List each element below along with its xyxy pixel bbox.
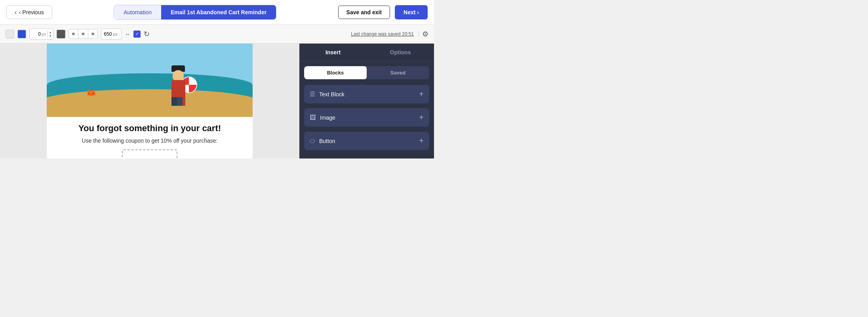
email-subtext: Use the following coupon to get 10% off … <box>59 137 241 144</box>
settings-icon[interactable]: ⚙ <box>422 30 428 38</box>
previous-button[interactable]: ‹ ‹ Previous <box>6 6 52 19</box>
save-exit-label: Save and exit <box>346 9 382 15</box>
current-step-label: Email 1st Abandoned Cart Reminder <box>171 9 266 15</box>
image-block-icon: 🖼 <box>310 114 316 121</box>
automation-label: Automation <box>124 9 152 15</box>
insert-tab-label: Insert <box>326 49 341 55</box>
add-text-block-icon[interactable]: + <box>419 90 424 99</box>
alignment-group: ≡ ≡ ≡ <box>69 29 98 39</box>
last-saved-text: Last change was saved 20:51 <box>351 31 419 37</box>
breadcrumb-automation[interactable]: Automation <box>114 5 161 19</box>
width-value: 650 <box>104 31 112 37</box>
next-button[interactable]: Next › <box>395 5 428 19</box>
blocks-saved-toggle: Blocks Saved <box>304 66 429 79</box>
main-layout: 🦀 You forgot something in your cart! Use… <box>0 44 434 158</box>
pirate-head <box>173 70 184 81</box>
block-text-left: ☰ Text Block <box>310 90 345 98</box>
sidebar-tab-row: Insert Options <box>299 44 434 61</box>
top-bar: ‹ ‹ Previous Automation Email 1st Abando… <box>0 0 434 25</box>
saved-button[interactable]: Saved <box>367 66 429 79</box>
checkmark-icon: ✓ <box>135 31 139 36</box>
block-item-button[interactable]: ⬭ Button + <box>304 132 429 150</box>
pirate-figure <box>168 62 189 106</box>
padding-value[interactable] <box>30 31 42 37</box>
sand <box>47 89 253 117</box>
beach-illustration: 🦀 <box>47 44 253 117</box>
padding-unit-label: px <box>42 32 48 36</box>
padding-input[interactable]: px ▲ ▼ <box>29 29 53 40</box>
width-unit: px <box>113 32 119 36</box>
block-item-text[interactable]: ☰ Text Block + <box>304 85 429 103</box>
text-color-swatch[interactable] <box>17 30 26 38</box>
previous-label: ‹ Previous <box>19 9 44 15</box>
top-right-actions: Save and exit Next › <box>338 5 428 19</box>
undo-button[interactable]: ↺ <box>144 30 150 38</box>
border-color-swatch[interactable] <box>57 30 65 38</box>
next-label: Next › <box>404 9 419 15</box>
pirate-leg-right <box>177 97 183 106</box>
align-right-button[interactable]: ≡ <box>88 29 98 38</box>
text-block-icon: ☰ <box>310 90 315 98</box>
up-arrow[interactable]: ▲ <box>48 31 53 34</box>
right-sidebar: Insert Options Blocks Saved ☰ Text Block… <box>299 44 434 158</box>
tab-options[interactable]: Options <box>367 44 434 61</box>
text-block-label: Text Block <box>319 91 345 97</box>
width-input[interactable]: 650 px <box>101 29 122 40</box>
block-image-left: 🖼 Image <box>310 114 335 121</box>
blocks-label: Blocks <box>327 70 344 76</box>
blocks-button[interactable]: Blocks <box>304 66 367 79</box>
email-heading: You forgot something in your cart! <box>59 123 241 134</box>
save-exit-button[interactable]: Save and exit <box>338 6 390 19</box>
toolbar: px ▲ ▼ ≡ ≡ ≡ 650 px ↔ ✓ ↺ Last change wa… <box>0 25 434 44</box>
bg-color-swatch[interactable] <box>6 30 14 38</box>
block-button-left: ⬭ Button <box>310 137 335 145</box>
padding-arrows[interactable]: ▲ ▼ <box>48 31 53 38</box>
email-content: You forgot something in your cart! Use t… <box>47 117 253 158</box>
align-left-button[interactable]: ≡ <box>69 29 79 38</box>
button-block-label: Button <box>319 138 335 144</box>
options-tab-label: Options <box>390 49 411 55</box>
canvas-area: 🦀 You forgot something in your cart! Use… <box>0 44 299 158</box>
block-item-image[interactable]: 🖼 Image + <box>304 108 429 127</box>
email-canvas: 🦀 You forgot something in your cart! Use… <box>47 44 253 158</box>
align-center-button[interactable]: ≡ <box>78 29 88 38</box>
coupon-box <box>122 149 177 158</box>
breadcrumb-current: Email 1st Abandoned Cart Reminder <box>161 5 276 19</box>
pirate-leg-left <box>171 97 177 106</box>
down-arrow[interactable]: ▼ <box>48 34 53 38</box>
add-button-block-icon[interactable]: + <box>419 136 424 145</box>
add-image-block-icon[interactable]: + <box>419 113 424 122</box>
chevron-left-icon: ‹ <box>15 9 17 15</box>
saved-label: Saved <box>390 70 405 76</box>
tab-insert[interactable]: Insert <box>299 44 367 61</box>
crab-icon: 🦀 <box>86 88 96 97</box>
button-block-icon: ⬭ <box>310 137 315 145</box>
breadcrumb: Automation Email 1st Abandoned Cart Remi… <box>114 5 276 20</box>
checkbox[interactable]: ✓ <box>133 31 141 38</box>
image-block-label: Image <box>320 115 335 121</box>
expand-icon[interactable]: ↔ <box>125 31 130 37</box>
